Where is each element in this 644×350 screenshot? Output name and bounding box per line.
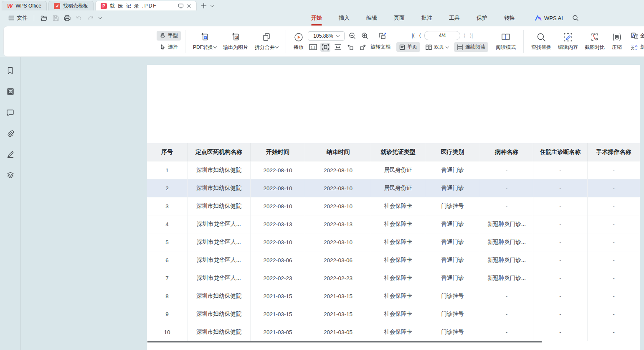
bookmark-icon[interactable] — [5, 65, 16, 76]
rotate-right-button[interactable] — [358, 43, 368, 52]
tab-docer-template[interactable]: 找稻壳模板 — [48, 1, 94, 10]
ribbon-tab-保护[interactable]: 保护 — [476, 13, 488, 23]
table-cell: 普通门诊 — [425, 269, 480, 287]
file-menu-button[interactable]: 文件 — [6, 13, 30, 23]
table-row: 9深圳市妇幼保健院2021-03-152021-03-15社会保障卡门诊挂号--… — [147, 305, 640, 323]
table-cell: 深圳市妇幼保健院 — [188, 161, 251, 179]
thumbnail-icon[interactable] — [5, 86, 16, 97]
find-replace-label: 查找替换 — [531, 44, 551, 51]
find-replace-icon — [536, 32, 546, 42]
single-page-button[interactable]: 单页 — [396, 42, 420, 52]
table-cell: 深圳市龙华区人... — [188, 233, 251, 251]
rotate-doc-label[interactable]: 旋转文档 — [370, 43, 390, 51]
share-screen-icon[interactable] — [178, 3, 184, 8]
ribbon-tab-工具[interactable]: 工具 — [448, 13, 461, 23]
table-header-cell: 就诊凭证类型 — [371, 143, 425, 161]
zoom-out-button[interactable] — [347, 31, 357, 41]
table-cell: 新冠肺炎门诊... — [480, 233, 533, 251]
tab-document-pdf[interactable]: P 就 医 记 录 .PDF — [95, 1, 197, 10]
table-cell: 8 — [147, 287, 188, 305]
full-translate-button[interactable]: A 字 全文翻译 — [628, 31, 644, 41]
continuous-read-button[interactable]: 连续阅读 — [454, 42, 488, 52]
screenshot-compare-button[interactable]: 截图对比 — [581, 31, 608, 52]
table-cell: 普通门诊 — [425, 161, 480, 179]
svg-text:1:1: 1:1 — [310, 46, 315, 49]
compress-button[interactable]: 压缩 — [608, 31, 626, 52]
zoom-in-button[interactable] — [360, 31, 370, 41]
table-cell: 社会保障卡 — [371, 251, 425, 269]
double-page-button[interactable]: 双页 — [423, 42, 451, 52]
ribbon-tab-插入[interactable]: 插入 — [338, 13, 350, 23]
left-panel-bar — [0, 57, 21, 350]
table-cell: 2021-03-15 — [305, 305, 371, 323]
print-button[interactable] — [61, 14, 73, 23]
continuous-read-icon — [457, 44, 463, 50]
prev-page-button[interactable]: ⟨ — [418, 33, 422, 38]
one-to-one-zoom-button[interactable]: 1:1 — [308, 43, 318, 52]
select-tool-button[interactable]: 选择 — [157, 42, 181, 52]
undo-button[interactable] — [73, 14, 85, 22]
divider — [34, 15, 34, 21]
split-merge-button[interactable]: 拆分合并 — [251, 31, 281, 52]
table-cell: 深圳市妇幼保健院 — [188, 287, 251, 305]
continuous-read-label: 连续阅读 — [465, 43, 485, 51]
attachment-icon[interactable] — [5, 128, 16, 139]
rotate-pages-button[interactable] — [378, 31, 388, 41]
table-cell: 社会保障卡 — [371, 305, 425, 323]
redo-button[interactable] — [85, 14, 96, 22]
zoom-level-select[interactable]: 105.88% — [308, 31, 345, 41]
table-cell: - — [533, 161, 588, 179]
pdf-convert-button[interactable]: W PDF转换 — [190, 31, 220, 52]
first-page-button[interactable]: |⟨ — [411, 33, 416, 38]
tab-list-chevron-icon[interactable] — [210, 3, 214, 7]
global-search-button[interactable] — [572, 15, 579, 21]
quickbar-chevron-icon[interactable] — [96, 15, 104, 20]
read-mode-button[interactable]: 阅读模式 — [492, 31, 519, 52]
save-button[interactable] — [50, 14, 61, 23]
tab-label: WPS Office — [15, 3, 41, 9]
fit-page-button[interactable] — [320, 43, 330, 52]
next-page-button[interactable]: ⟩ — [463, 33, 467, 38]
layers-icon[interactable] — [5, 170, 16, 181]
table-cell: 社会保障卡 — [371, 287, 425, 305]
new-tab-icon[interactable] — [201, 3, 207, 9]
page-number-input[interactable]: 4/4 — [424, 31, 460, 40]
ribbon-tab-编辑[interactable]: 编辑 — [365, 13, 378, 23]
edit-content-button[interactable]: 编辑内容 — [555, 31, 581, 52]
play-button[interactable]: 播放 — [290, 31, 307, 52]
double-page-label: 双页 — [434, 43, 444, 51]
comment-icon[interactable] — [5, 107, 16, 118]
wps-ai-button[interactable]: WPS AI — [535, 15, 563, 21]
table-cell: 2022-03-06 — [305, 251, 371, 269]
ribbon-tab-批注[interactable]: 批注 — [421, 13, 433, 23]
split-merge-icon — [261, 32, 271, 42]
ribbon-tab-开始[interactable]: 开始 — [310, 13, 323, 23]
table-cell: 新冠肺炎门诊... — [480, 269, 533, 287]
table-cell: 2022-08-10 — [305, 179, 371, 197]
fit-width-button[interactable] — [333, 43, 343, 52]
find-replace-button[interactable]: 查找替换 — [528, 31, 555, 52]
last-page-button[interactable]: ⟩| — [469, 33, 474, 38]
hand-tool-button[interactable]: 手型 — [157, 31, 181, 41]
word-translate-button[interactable]: 文 A 划词翻译 — [628, 42, 644, 52]
export-image-button[interactable]: 输出为图片 — [220, 31, 251, 52]
rotate-left-button[interactable] — [345, 43, 355, 52]
single-page-icon — [399, 44, 405, 50]
export-image-label: 输出为图片 — [223, 44, 248, 51]
ribbon-tab-页面[interactable]: 页面 — [393, 13, 406, 23]
open-file-button[interactable] — [38, 14, 50, 23]
table-cell: - — [533, 305, 588, 323]
table-cell: 6 — [147, 251, 188, 269]
close-tab-icon[interactable] — [187, 4, 191, 8]
ribbon-tab-转换[interactable]: 转换 — [503, 13, 516, 23]
table-cell: 社会保障卡 — [371, 323, 425, 341]
edit-content-icon — [563, 32, 573, 42]
window-tab-bar: W WPS Office 找稻壳模板 P 就 医 记 录 .PDF — [0, 0, 644, 10]
table-header-cell: 医疗类别 — [425, 143, 480, 161]
signature-icon[interactable] — [5, 149, 16, 160]
table-cell: 普通门诊 — [425, 251, 480, 269]
tab-wps-office[interactable]: W WPS Office — [2, 1, 47, 10]
wps-pdf-icon: P — [101, 3, 107, 9]
table-cell: - — [588, 287, 640, 305]
table-cell: - — [588, 161, 640, 179]
